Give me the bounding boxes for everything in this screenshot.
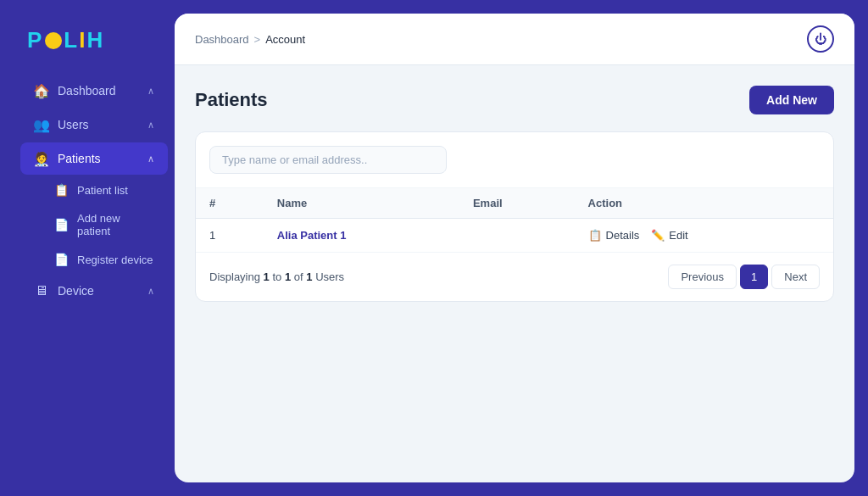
table-row: 1 Alia Patient 1 📋 Details [196, 219, 833, 253]
breadcrumb-current: Account [265, 33, 305, 46]
sidebar-item-label: Device [58, 284, 94, 298]
breadcrumb-parent[interactable]: Dashboard [195, 33, 249, 46]
col-number: # [196, 188, 264, 219]
sidebar-item-device[interactable]: 🖥 Device ∧ [20, 275, 168, 307]
main-content: Dashboard > Account ⏻ Patients Add New [175, 14, 854, 482]
page-body: Patients Add New # Name Email Action [175, 65, 854, 482]
details-label: Details [606, 229, 640, 242]
sidebar-sub-label: Add new patient [77, 212, 154, 237]
pagination-info: Displaying 1 to 1 of 1 Users [209, 270, 344, 283]
edit-button[interactable]: ✏️ Edit [651, 229, 687, 242]
action-cell: 📋 Details ✏️ Edit [588, 229, 820, 242]
pagination-from: 1 [264, 270, 270, 283]
pagination-suffix: Users [315, 270, 344, 283]
power-button[interactable]: ⏻ [807, 25, 834, 53]
chevron-down-icon: ∧ [147, 286, 154, 297]
current-page-button[interactable]: 1 [740, 265, 768, 289]
next-page-button[interactable]: Next [771, 265, 820, 289]
sidebar-sub-label: Patient list [77, 184, 128, 197]
details-button[interactable]: 📋 Details [588, 229, 640, 242]
logo-circle-icon [45, 32, 62, 49]
details-icon: 📋 [588, 229, 602, 242]
chevron-down-icon: ∧ [147, 120, 154, 131]
edit-icon: ✏️ [651, 229, 665, 242]
sidebar: PLIH 🏠 Dashboard ∧ 👥 Users ∧ 🧑‍⚕️ Patien… [14, 14, 175, 482]
register-icon: 📄 [54, 253, 69, 266]
row-number: 1 [196, 219, 264, 253]
prev-page-button[interactable]: Previous [668, 265, 737, 289]
search-input[interactable] [209, 146, 447, 174]
sidebar-item-label: Patients [58, 152, 101, 165]
pagination-of: 1 [306, 270, 312, 283]
pagination-prefix: Displaying [209, 270, 260, 283]
sidebar-item-register-device[interactable]: 📄 Register device [20, 246, 168, 273]
sidebar-item-label: Users [58, 118, 89, 131]
add-patient-icon: 📄 [54, 218, 69, 231]
device-icon: 🖥 [34, 283, 49, 298]
chevron-down-icon: ∧ [147, 153, 154, 164]
page-title: Patients [195, 89, 268, 111]
top-header: Dashboard > Account ⏻ [175, 14, 854, 65]
logo: PLIH [14, 27, 175, 74]
search-row [196, 132, 833, 188]
breadcrumb: Dashboard > Account [195, 33, 305, 46]
sidebar-sub-label: Register device [77, 254, 153, 266]
edit-label: Edit [669, 229, 687, 242]
power-icon: ⏻ [815, 32, 826, 46]
sidebar-item-label: Dashboard [58, 84, 116, 98]
row-action: 📋 Details ✏️ Edit [575, 219, 833, 253]
patients-table-card: # Name Email Action 1 Alia Patient 1 [195, 131, 834, 302]
col-name: Name [264, 188, 459, 219]
users-icon: 👥 [34, 117, 49, 132]
sidebar-item-add-patient[interactable]: 📄 Add new patient [20, 205, 168, 244]
home-icon: 🏠 [34, 83, 49, 98]
patients-icon: 🧑‍⚕️ [34, 151, 49, 166]
pagination-row: Displaying 1 to 1 of 1 Users Previous 1 … [196, 253, 833, 301]
add-new-button[interactable]: Add New [749, 86, 834, 114]
col-action: Action [575, 188, 833, 219]
sidebar-item-dashboard[interactable]: 🏠 Dashboard ∧ [20, 75, 168, 107]
pagination-to: 1 [285, 270, 291, 283]
list-icon: 📋 [54, 183, 69, 197]
patient-name-link[interactable]: Alia Patient 1 [277, 229, 347, 242]
sidebar-item-patients[interactable]: 🧑‍⚕️ Patients ∧ [20, 142, 168, 175]
pagination-controls: Previous 1 Next [668, 265, 820, 289]
row-name: Alia Patient 1 [264, 219, 459, 253]
chevron-down-icon: ∧ [147, 86, 154, 97]
sidebar-item-users[interactable]: 👥 Users ∧ [20, 109, 168, 141]
sidebar-item-patient-list[interactable]: 📋 Patient list [20, 176, 168, 203]
table-header-row: # Name Email Action [196, 188, 833, 219]
col-email: Email [459, 188, 575, 219]
row-email [459, 219, 575, 253]
patients-table: # Name Email Action 1 Alia Patient 1 [196, 188, 833, 253]
page-title-row: Patients Add New [195, 86, 834, 114]
breadcrumb-separator: > [254, 33, 261, 46]
